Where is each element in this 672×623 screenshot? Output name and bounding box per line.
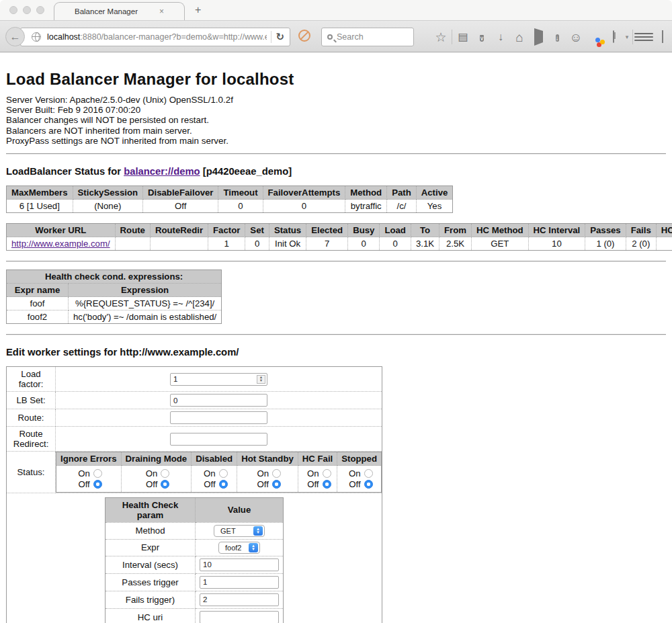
reload-icon[interactable]: ↻ xyxy=(276,31,284,43)
url-text[interactable]: localhost:8880/balancer-manager?b=demo&w… xyxy=(47,32,267,42)
hc-fails-row: Fails trigger) xyxy=(106,591,284,608)
draining-mode-off-radio[interactable] xyxy=(161,480,169,489)
back-button[interactable]: ← xyxy=(5,27,25,46)
downloads-icon[interactable]: ↓ xyxy=(491,32,510,42)
health-check-param-table: Health Check param Value Method GET ▲▼ xyxy=(105,497,284,623)
window-zoom-button[interactable] xyxy=(36,6,44,14)
route-redirect-input[interactable] xyxy=(170,433,267,446)
draining-mode-on-radio[interactable] xyxy=(161,469,169,478)
health-check-expressions-table: Health check cond. expressions: Expr nam… xyxy=(6,269,222,324)
bookmarks-menu-icon[interactable]: ▤ xyxy=(454,32,472,42)
search-icon xyxy=(327,34,333,40)
window-close-button[interactable] xyxy=(9,6,17,14)
load-factor-input[interactable] xyxy=(170,373,267,386)
globe-icon xyxy=(32,32,41,42)
hc-passes-label: Passes trigger xyxy=(106,573,196,591)
page-title: Load Balancer Manager for localhost xyxy=(6,52,666,89)
url-path: :8880/balancer-manager?b=demo&w=http://w… xyxy=(80,32,267,42)
toolbar-separator xyxy=(452,30,452,44)
table-row: 6 [1 Used] (None) Off 0 0 bytraffic /c/ … xyxy=(7,200,453,213)
balancer-demo-link[interactable]: balancer://demo xyxy=(124,166,200,177)
url-bar[interactable]: localhost:8880/balancer-manager?b=demo&w… xyxy=(20,28,290,46)
home-icon[interactable]: ⌂ xyxy=(510,31,529,44)
browser-window: Balancer Manager × + ← localhost:8880/ba… xyxy=(0,0,672,623)
number-spinner-icon[interactable]: ▲▼ xyxy=(257,375,265,384)
worker-row: http://www.example.com/ 1 0 Init Ok 7 0 … xyxy=(7,237,672,251)
table-row: foof %{REQUEST_STATUS} =~ /^[234]/ xyxy=(7,297,222,310)
window-minimize-button[interactable] xyxy=(23,6,31,14)
edit-worker-form: Load factor: ▲▼ LB Set: Route: Route Red… xyxy=(6,366,382,623)
hc-fails-input[interactable] xyxy=(200,593,279,606)
hc-interval-label: Interval (secs) xyxy=(106,556,196,573)
balancer-status-table: MaxMembers StickySession DisableFailover… xyxy=(6,185,453,213)
inherit-notice-line: Balancers are NOT inherited from main se… xyxy=(6,126,666,136)
route-redirect-label: Route Redirect: xyxy=(7,427,56,452)
navigation-toolbar: ← localhost:8880/balancer-manager?b=demo… xyxy=(0,20,672,52)
worker-url-link[interactable]: http://www.example.com/ xyxy=(11,239,110,249)
disabled-on-radio[interactable] xyxy=(219,469,228,478)
edit-worker-heading: Edit worker settings for http://www.exam… xyxy=(6,347,666,358)
disabled-off-radio[interactable] xyxy=(219,480,228,489)
chevron-down-icon[interactable]: ▾ xyxy=(623,34,631,40)
pocket-icon[interactable]: ∨ xyxy=(472,32,491,43)
worker-status-table: Worker URL Route RouteRedir Factor Set S… xyxy=(6,223,672,251)
hc-method-select[interactable]: GET ▲▼ xyxy=(214,525,265,537)
grid-edit-icon[interactable] xyxy=(653,32,672,42)
divider xyxy=(6,334,666,335)
hc-passes-input[interactable] xyxy=(200,576,279,589)
extension-download-icon[interactable]: ↓ xyxy=(548,32,566,43)
table-header-row: Health Check param Value xyxy=(106,497,284,522)
stopped-off-radio[interactable] xyxy=(364,480,373,489)
divider xyxy=(6,153,666,155)
table-row: foof2 hc('body') =~ /domain is establish… xyxy=(7,310,222,324)
proxypass-notice-line: ProxyPass settings are NOT inherited fro… xyxy=(6,136,666,146)
hc-uri-input[interactable] xyxy=(200,611,279,623)
table-header-row: MaxMembers StickySession DisableFailover… xyxy=(7,186,453,200)
page-content: Load Balancer Manager for localhost Serv… xyxy=(0,52,672,623)
form-row-load-factor: Load factor: ▲▼ xyxy=(7,367,382,392)
send-tab-icon[interactable] xyxy=(529,32,548,42)
status-radio-row: On Off On Off On Off xyxy=(56,466,382,493)
lb-set-input[interactable] xyxy=(170,394,267,407)
stopped-on-radio[interactable] xyxy=(364,469,373,478)
table-title-row: Health check cond. expressions: xyxy=(7,270,222,284)
toolbar-separator xyxy=(632,30,633,44)
hot-standby-off-radio[interactable] xyxy=(272,480,281,489)
hc-fail-off-radio[interactable] xyxy=(323,480,331,489)
tab-close-icon[interactable]: × xyxy=(159,7,164,16)
status-label: Status: xyxy=(7,452,56,493)
chat-smiley-icon[interactable]: ☺ xyxy=(566,31,585,44)
device-battery-icon[interactable] xyxy=(604,32,623,42)
select-stepper-icon: ▲▼ xyxy=(249,543,258,552)
route-input[interactable] xyxy=(170,411,267,424)
form-row-health-params: Health Check param Value Method GET ▲▼ xyxy=(7,493,382,623)
hc-interval-input[interactable] xyxy=(200,558,279,571)
form-row-route: Route: xyxy=(7,409,382,427)
balancer-status-heading: LoadBalancer Status for balancer://demo … xyxy=(6,166,666,177)
persist-notice-line: Balancer changes will NOT be persisted o… xyxy=(6,115,666,125)
url-separator xyxy=(271,31,271,43)
plugin-blocked-icon[interactable] xyxy=(298,30,310,42)
select-stepper-icon: ▲▼ xyxy=(253,526,263,536)
hc-interval-row: Interval (secs) xyxy=(106,556,284,573)
hot-standby-on-radio[interactable] xyxy=(272,469,281,478)
ignore-errors-on-radio[interactable] xyxy=(93,469,102,478)
hc-fails-label: Fails trigger) xyxy=(106,591,196,608)
titlebar: Balancer Manager × + xyxy=(0,0,672,20)
hc-passes-row: Passes trigger xyxy=(106,573,284,591)
search-bar[interactable]: Search xyxy=(321,28,414,46)
hc-uri-row: HC uri xyxy=(106,608,284,623)
ignore-errors-off-radio[interactable] xyxy=(93,480,102,489)
hc-expr-select[interactable]: foof2 ▲▼ xyxy=(218,542,260,554)
hc-fail-on-radio[interactable] xyxy=(323,469,331,478)
tab-balancer-manager[interactable]: Balancer Manager × xyxy=(54,2,185,20)
load-factor-label: Load factor: xyxy=(7,367,56,392)
hc-method-row: Method GET ▲▼ xyxy=(106,522,284,539)
lb-set-label: LB Set: xyxy=(7,392,56,409)
table-header-row: Worker URL Route RouteRedir Factor Set S… xyxy=(7,224,672,237)
divider xyxy=(6,261,666,262)
bookmark-star-icon[interactable]: ☆ xyxy=(431,31,450,44)
menu-hamburger-icon[interactable] xyxy=(634,31,653,43)
new-tab-button[interactable]: + xyxy=(195,4,201,16)
status-flags-table: Ignore Errors Draining Mode Disabled Hot… xyxy=(56,452,382,493)
